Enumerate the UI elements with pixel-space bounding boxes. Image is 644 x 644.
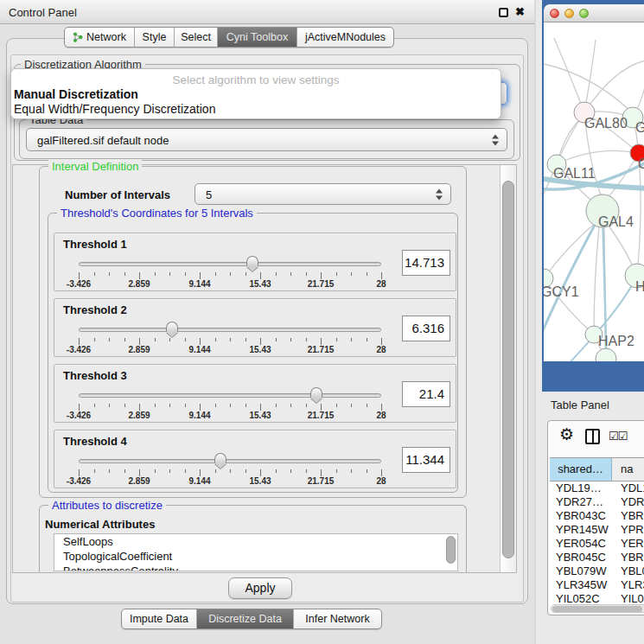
slider-thumb[interactable]	[214, 453, 226, 463]
dropdown-option-equal-width[interactable]: Equal Width/Frequency Discretization	[11, 102, 501, 117]
network-node[interactable]	[596, 348, 616, 361]
tick-label: 2.859	[128, 476, 150, 486]
table-row[interactable]: YBR043CYBR0	[550, 509, 644, 523]
list-scrollbar-thumb[interactable]	[446, 536, 456, 564]
threshold-slider[interactable]	[79, 262, 381, 266]
slider-thumb[interactable]	[166, 322, 178, 332]
slider-tick-labels: -3.4262.8599.14415.4321.71528	[79, 279, 381, 290]
tick-label: 9.144	[188, 476, 210, 486]
table-row[interactable]: YBR045CYBR0	[550, 551, 644, 564]
threshold-panel: Threshold 3 -3.4262.8599.14415.4321.7152…	[54, 364, 456, 423]
tab-label: Network	[86, 28, 126, 47]
table-row[interactable]: YLR345WYLR3	[550, 578, 644, 592]
table-body: YDL19…YDL1YDR27…YDR2YBR043CYBR0YPR145WYP…	[550, 481, 644, 606]
network-edge[interactable]	[554, 38, 584, 112]
algorithm-dropdown-popup: Select algorithm to view settings Manual…	[10, 68, 501, 119]
zoom-traffic-light-icon[interactable]	[579, 9, 589, 18]
table-data-value: galFiltered.sif default node	[37, 133, 169, 146]
network-edge[interactable]	[584, 40, 596, 112]
threshold-value-input[interactable]: 11.344	[402, 447, 450, 473]
network-edge[interactable]	[557, 150, 639, 164]
tab-discretize-data[interactable]: Discretize Data	[196, 609, 293, 628]
columns-icon[interactable]	[585, 429, 600, 444]
threshold-value-input[interactable]: 14.713	[402, 250, 450, 276]
table-cell: YBR0	[612, 509, 644, 523]
node-label: GCY1	[544, 284, 579, 299]
network-edge[interactable]	[637, 153, 641, 276]
threshold-slider[interactable]	[79, 328, 381, 332]
table-row[interactable]: YPR145WYPR1	[550, 523, 644, 537]
close-icon[interactable]: ✖	[515, 5, 525, 18]
table-row[interactable]: YBL079WYBL0	[550, 564, 644, 578]
select-columns-icon[interactable]: ☑☑	[609, 430, 627, 443]
panel-title: Control Panel	[9, 6, 77, 19]
network-edge[interactable]	[594, 226, 599, 335]
table-row[interactable]: YDR27…YDR2	[550, 495, 644, 509]
tick-label: 28	[376, 411, 386, 420]
close-traffic-light-icon[interactable]	[550, 9, 559, 18]
horizontal-scrollbar[interactable]	[551, 604, 644, 613]
float-window-icon[interactable]	[499, 8, 508, 17]
table-cell: YBL079W	[550, 564, 612, 578]
apply-button[interactable]: Apply	[228, 577, 292, 599]
minimize-traffic-light-icon[interactable]	[564, 9, 574, 18]
table-row[interactable]: YER054CYER0	[550, 537, 644, 551]
tab-jactivemnodules[interactable]: jActiveMNodules	[296, 28, 393, 47]
network-icon	[73, 32, 83, 42]
numerical-attributes-label: Numerical Attributes	[45, 518, 155, 531]
tick-label: 28	[376, 279, 386, 289]
table-cell: YBL0	[612, 564, 644, 578]
column-header-name[interactable]: na	[612, 458, 644, 481]
threshold-slider[interactable]	[79, 393, 381, 398]
vertical-scrollbar[interactable]	[500, 165, 516, 572]
tick-label: 15.43	[249, 411, 271, 420]
attribute-list-item[interactable]: SelfLoops	[54, 534, 457, 549]
table-cell: YLR345W	[550, 578, 612, 592]
tick-label: 2.859	[128, 279, 150, 289]
table-cell: YER054C	[550, 537, 612, 551]
threshold-label: Threshold 1	[63, 238, 127, 251]
scrollbar-thumb[interactable]	[552, 606, 642, 612]
table-cell: YBR043C	[550, 509, 612, 523]
tick-label: -3.426	[67, 411, 91, 420]
threshold-panel: Threshold 4 -3.4262.8599.14415.4321.7152…	[54, 430, 456, 488]
bottom-tab-bar: Impute Data Discretize Data Infer Networ…	[121, 609, 382, 629]
attribute-list-item[interactable]: TopologicalCoefficient	[54, 549, 457, 564]
tick-label: 15.43	[249, 345, 271, 354]
threshold-value-input[interactable]: 6.316	[402, 316, 450, 341]
tick-label: 21.715	[308, 279, 335, 289]
attributes-group-title: Attributes to discretize	[48, 499, 166, 512]
node-table: shared… na YDL19…YDL1YDR27…YDR2YBR043CYB…	[550, 457, 644, 606]
node-label: H	[635, 279, 644, 294]
network-edge[interactable]	[584, 61, 644, 112]
tick-label: 15.43	[249, 279, 271, 289]
slider-tick-labels: -3.4262.8599.14415.4321.71528	[79, 411, 381, 421]
scrollbar-thumb[interactable]	[502, 181, 514, 558]
column-header-shared-name[interactable]: shared…	[550, 458, 612, 481]
thresholds-group-title: Threshold's Coordinates for 5 Intervals	[57, 207, 257, 220]
tab-style[interactable]: Style	[134, 28, 174, 47]
slider-thumb[interactable]	[310, 387, 322, 398]
slider-thumb[interactable]	[246, 256, 258, 266]
dropdown-option-manual[interactable]: Manual Discretization	[11, 87, 501, 102]
network-canvas[interactable]: GAL80GACGAL11GAL4GCY1HHAP2	[544, 22, 644, 361]
threshold-value-input[interactable]: 21.4	[402, 381, 450, 407]
node-label: GAL80	[584, 116, 628, 131]
number-of-intervals-combobox[interactable]: 5	[194, 183, 451, 205]
tab-select[interactable]: Select	[174, 28, 217, 47]
threshold-panel: Threshold 1 -3.4262.8599.14415.4321.7152…	[54, 233, 456, 291]
tab-impute-data[interactable]: Impute Data	[122, 609, 196, 628]
table-cell: YLR3	[612, 578, 644, 592]
attribute-list-item[interactable]: BetweennessCentrality	[54, 564, 457, 571]
tab-network[interactable]: Network	[65, 28, 134, 47]
attribute-list[interactable]: SelfLoopsTopologicalCoefficientBetweenne…	[54, 533, 458, 571]
gear-icon[interactable]: ⚙	[559, 426, 574, 443]
table-cell: YER0	[612, 537, 644, 551]
network-window-titlebar[interactable]	[544, 4, 644, 22]
tab-cyni-toolbox[interactable]: Cyni Toolbox	[217, 28, 296, 47]
threshold-slider[interactable]	[79, 459, 381, 463]
table-data-combobox[interactable]: galFiltered.sif default node	[26, 128, 507, 151]
right-panel: GAL80GACGAL11GAL4GCY1HHAP2 Table Panel ⚙…	[536, 0, 644, 644]
tab-infer-network[interactable]: Infer Network	[293, 609, 381, 628]
table-row[interactable]: YDL19…YDL1	[550, 481, 644, 495]
